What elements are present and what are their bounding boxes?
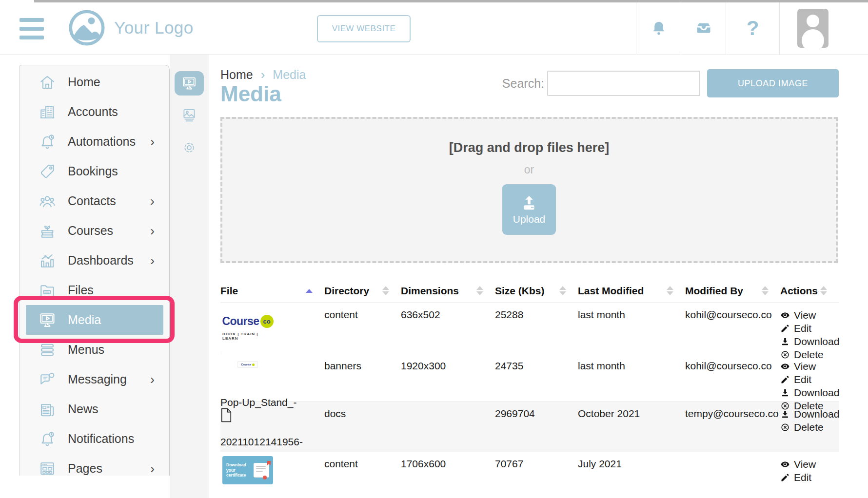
chevron-right-icon: › [150,254,155,268]
view-website-button[interactable]: VIEW WEBSITE [317,15,411,42]
file-cell: 20211012141956- [220,402,324,452]
sort-icon [476,286,483,295]
column-header-size[interactable]: Size (Kbs) [495,279,578,303]
app-window: Your Logo VIEW WEBSITE ? [0,0,868,498]
sidebar-nav: Home Accounts Automations › Bookings Con… [20,65,170,476]
files-icon [39,282,56,299]
directory-cell: content [324,452,401,498]
breadcrumb-home-link[interactable]: Home [220,68,253,82]
table-row: Course Pop-Up_Stand_- banners 1920x300 2… [220,354,839,402]
images-icon [181,108,197,123]
dropzone-or: or [222,163,836,176]
pencil-icon [780,375,790,384]
sort-ascending-icon [306,289,313,293]
column-header-directory[interactable]: Directory [324,279,401,303]
dropzone-title: [Drag and drop files here] [222,140,836,155]
modified-by-cell: tempy@courseco.co [685,402,780,452]
sort-icon [762,286,769,295]
breadcrumb-separator-icon: › [261,67,265,82]
thumbnail-banner-small[interactable]: Course [237,361,258,368]
file-name: 20211012141956- [220,436,324,448]
edit-action[interactable]: Edit [780,373,839,386]
upload-button[interactable]: Upload [502,184,556,235]
file-cell: Courseco BOOK | TRAIN | LEARN [220,303,324,361]
edit-action[interactable]: Edit [780,471,839,484]
user-menu[interactable] [779,2,868,54]
sidebar-item-pages[interactable]: Pages › [20,454,169,483]
delete-action[interactable]: Delete [780,421,839,434]
chevron-right-icon: › [150,373,155,386]
sidebar-item-home[interactable]: Home [20,67,169,97]
sidebar-item-courses[interactable]: Courses › [20,216,169,246]
last-modified-cell: October 2021 [578,402,685,452]
inbox-tray-icon[interactable] [681,2,726,54]
mini-sidebar-item-media[interactable] [170,69,209,97]
messaging-icon [39,371,56,388]
column-header-dimensions[interactable]: Dimensions [401,279,495,303]
download-icon [780,388,790,398]
directory-cell: content [324,303,401,361]
logo-image-icon [68,9,105,46]
actions-cell: View Edit [780,452,839,498]
sidebar-item-files[interactable]: Files [20,275,169,305]
sidebar-item-bookings[interactable]: Bookings [20,156,169,186]
mini-sidebar-item-settings[interactable] [170,134,209,162]
column-header-last-modified[interactable]: Last Modified [578,279,685,303]
notifications-bell-icon[interactable] [636,2,681,54]
column-header-file[interactable]: File [220,279,324,303]
download-action[interactable]: Download [780,408,839,421]
column-header-actions[interactable]: Actions [780,279,839,303]
sidebar-item-automations[interactable]: Automations › [20,127,169,156]
dimensions-cell: 636x502 [401,303,495,361]
mini-sidebar-item-images[interactable] [170,101,209,130]
view-action[interactable]: View [780,360,839,373]
thumbnail-certificate-banner[interactable]: Download your certificate [222,456,273,484]
sidebar-item-news[interactable]: News [20,394,169,424]
size-cell: 2969704 [495,402,578,452]
upload-button-label: Upload [513,213,546,225]
courses-icon [39,222,56,240]
thumbnail-courseco-logo[interactable]: Courseco BOOK | TRAIN | LEARN [222,307,273,348]
gear-icon [181,140,197,155]
search-input[interactable] [547,71,700,96]
download-action[interactable]: Download [780,335,839,348]
download-icon [780,337,790,346]
avatar [797,9,829,48]
chevron-right-icon: › [150,135,155,149]
sidebar-item-menus[interactable]: Menus [20,335,169,364]
table-row: Courseco BOOK | TRAIN | LEARN content 63… [220,303,839,354]
actions-cell: Download Delete [780,402,839,452]
notifications-icon [39,430,56,448]
file-dropzone[interactable]: [Drag and drop files here] or Upload [220,117,838,263]
sidebar-item-accounts[interactable]: Accounts [20,97,169,127]
sort-icon [559,286,566,295]
view-action[interactable]: View [780,458,839,471]
automations-icon [39,133,56,151]
chevron-right-icon: › [150,194,155,208]
media-table: File Directory Dimensions Size (Kbs) Las… [220,279,839,498]
modified-by-cell: kohil@courseco.co [685,303,780,361]
document-icon[interactable] [220,408,232,422]
delete-circle-icon [780,422,790,432]
size-cell: 25288 [495,303,578,361]
sidebar-item-contacts[interactable]: Contacts › [20,186,169,216]
sidebar-item-notifications[interactable]: Notifications [20,424,169,454]
contacts-icon [39,192,56,210]
download-action[interactable]: Download [780,386,839,399]
pencil-icon [780,473,790,482]
modified-by-cell [685,452,780,498]
column-header-modified-by[interactable]: Modified By [685,279,780,303]
certificate-icon [254,463,269,478]
sidebar-item-media[interactable]: Media [26,305,163,335]
upload-image-button[interactable]: UPLOAD IMAGE [707,69,839,97]
sidebar-item-dashboards[interactable]: Dashboards › [20,246,169,275]
sidebar-item-messaging[interactable]: Messaging › [20,364,169,394]
download-icon [780,409,790,419]
help-icon[interactable]: ? [726,2,779,54]
dimensions-cell: 1706x600 [401,452,495,498]
last-modified-cell: July 2021 [578,452,685,498]
edit-action[interactable]: Edit [780,322,839,335]
view-action[interactable]: View [780,309,839,322]
brand-logo: Your Logo [68,9,194,46]
hamburger-menu-icon[interactable] [20,18,44,39]
